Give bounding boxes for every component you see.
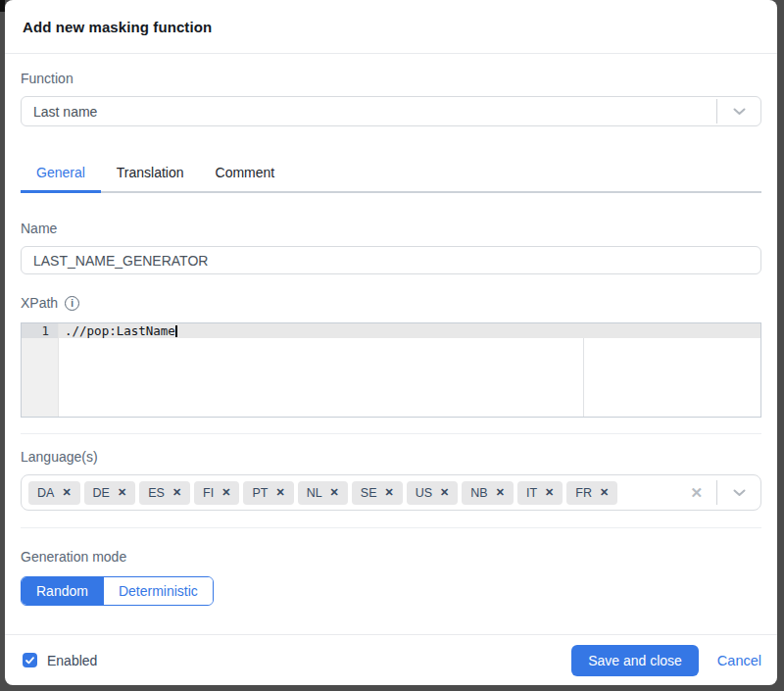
dialog-title: Add new masking function	[23, 19, 760, 35]
dialog-header: Add new masking function	[5, 0, 777, 54]
text-caret	[175, 325, 177, 337]
tab-translation[interactable]: Translation	[101, 155, 200, 193]
remove-tag-icon[interactable]: ✕	[600, 487, 609, 498]
remove-tag-icon[interactable]: ✕	[496, 487, 505, 498]
language-tag: NL✕	[298, 481, 348, 505]
name-label: Name	[21, 220, 761, 238]
language-tag: DA✕	[28, 481, 80, 505]
language-tag: SE✕	[352, 481, 403, 505]
section-divider	[21, 527, 761, 528]
name-field-section: Name	[21, 220, 761, 274]
check-icon	[25, 657, 34, 665]
xpath-code: .//pop:LastName	[65, 323, 175, 338]
add-masking-function-dialog: Add new masking function Function Last n…	[5, 0, 777, 685]
language-tag-list: DA✕ DE✕ ES✕ FI✕ PT✕ NL✕ SE✕ US✕ NB✕ IT✕ …	[28, 481, 690, 505]
xpath-label: XPath	[21, 294, 58, 313]
cancel-button[interactable]: Cancel	[717, 653, 761, 668]
language-tag: FR✕	[566, 481, 617, 505]
languages-field-section: Language(s) DA✕ DE✕ ES✕ FI✕ PT✕ NL✕ SE✕ …	[21, 448, 761, 511]
function-field: Function Last name	[21, 70, 761, 126]
xpath-editor[interactable]: 1 .//pop:LastName	[21, 322, 761, 418]
remove-tag-icon[interactable]: ✕	[275, 487, 284, 498]
generation-mode-label: Generation mode	[21, 548, 761, 567]
generation-mode-toggle: Random Deterministic	[21, 576, 214, 606]
section-divider	[21, 433, 761, 434]
random-option-button[interactable]: Random	[22, 577, 103, 605]
function-select-value: Last name	[33, 104, 716, 120]
remove-tag-icon[interactable]: ✕	[118, 487, 126, 498]
enabled-label: Enabled	[47, 653, 97, 668]
function-select[interactable]: Last name	[21, 96, 761, 126]
language-tag: PT✕	[243, 481, 293, 505]
chevron-down-icon[interactable]	[717, 489, 760, 497]
language-tag: NB✕	[462, 481, 514, 505]
tab-comment[interactable]: Comment	[200, 155, 291, 193]
editor-code-area[interactable]: .//pop:LastName	[59, 323, 760, 417]
language-tag: ES✕	[139, 481, 190, 505]
remove-tag-icon[interactable]: ✕	[385, 487, 394, 498]
enabled-checkbox[interactable]	[23, 653, 37, 667]
languages-multiselect[interactable]: DA✕ DE✕ ES✕ FI✕ PT✕ NL✕ SE✕ US✕ NB✕ IT✕ …	[21, 474, 761, 511]
remove-tag-icon[interactable]: ✕	[330, 487, 339, 498]
save-and-close-button[interactable]: Save and close	[571, 645, 699, 676]
function-label: Function	[21, 70, 761, 88]
chevron-down-icon[interactable]	[717, 108, 760, 116]
name-input[interactable]	[21, 246, 761, 274]
language-tag: FI✕	[194, 481, 239, 505]
language-tag: IT✕	[517, 481, 563, 505]
line-number: 1	[22, 323, 58, 338]
tab-general[interactable]: General	[21, 155, 101, 193]
dialog-footer: Enabled Save and close Cancel	[5, 634, 777, 685]
clear-all-icon[interactable]: ✕	[690, 485, 716, 500]
remove-tag-icon[interactable]: ✕	[440, 487, 449, 498]
language-tag: US✕	[407, 481, 459, 505]
remove-tag-icon[interactable]: ✕	[172, 487, 181, 498]
editor-gutter: 1	[22, 323, 59, 417]
languages-label: Language(s)	[21, 448, 761, 467]
enabled-checkbox-row[interactable]: Enabled	[23, 653, 97, 668]
remove-tag-icon[interactable]: ✕	[62, 487, 71, 498]
remove-tag-icon[interactable]: ✕	[221, 487, 230, 498]
dialog-tabs: General Translation Comment	[21, 155, 761, 193]
language-tag: DE✕	[84, 481, 136, 505]
generation-mode-section: Generation mode Random Deterministic	[21, 548, 761, 606]
remove-tag-icon[interactable]: ✕	[545, 487, 554, 498]
dialog-body: Function Last name General Translation C…	[5, 54, 777, 634]
info-icon[interactable]: i	[65, 296, 79, 311]
xpath-field-section: XPath i 1 .//pop:LastName	[21, 294, 761, 418]
deterministic-option-button[interactable]: Deterministic	[103, 577, 213, 605]
